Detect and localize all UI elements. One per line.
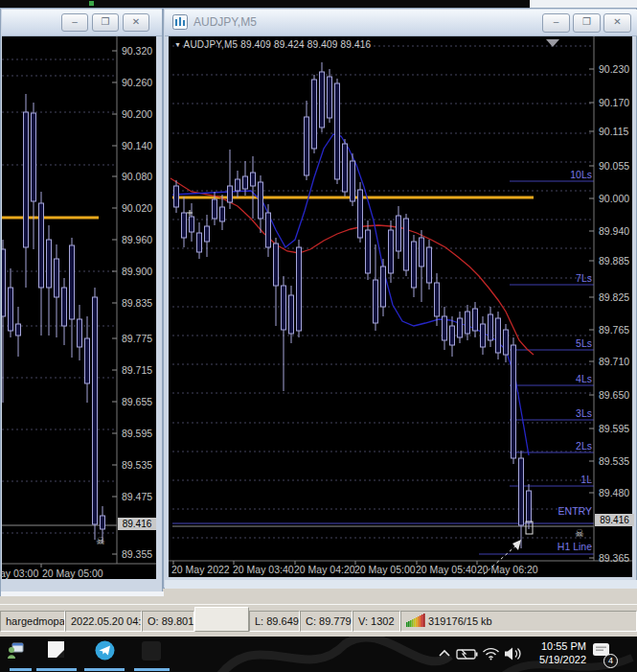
taskbar-indicator <box>84 668 125 671</box>
chart-legend[interactable]: ▼ AUDJPY,M5 89.409 89.424 89.409 89.416 <box>174 39 371 50</box>
candle-body <box>174 186 179 207</box>
candle-body <box>78 319 82 347</box>
left-chart-area[interactable] <box>2 36 156 579</box>
candle-body <box>466 312 470 334</box>
candle-body <box>32 113 36 201</box>
candle-body <box>182 213 187 238</box>
notification-badge: 4 <box>603 654 618 668</box>
candle-body <box>343 144 348 192</box>
candle-body <box>205 226 210 242</box>
candle-body <box>213 199 217 219</box>
candle-body <box>93 297 98 524</box>
candle-body <box>397 216 401 251</box>
candle-body <box>266 213 271 247</box>
arrow-annotation-head <box>512 540 521 550</box>
close-button[interactable]: ✕ <box>123 13 149 32</box>
candle-body <box>312 80 317 149</box>
candle-body <box>374 280 378 323</box>
candle-body <box>527 491 532 522</box>
candle-body <box>389 230 394 273</box>
candle-body <box>62 288 67 326</box>
candle-body <box>251 173 256 186</box>
candle-body <box>435 283 440 316</box>
candle-body <box>496 318 501 353</box>
candle-body <box>450 326 455 345</box>
candle-body <box>101 516 105 529</box>
taskbar-indicator <box>134 668 170 671</box>
candle-body <box>443 316 447 340</box>
candle-body <box>366 230 371 273</box>
candle-body <box>504 330 509 355</box>
candle-body <box>282 286 286 330</box>
status-datetime: 2022.05.20 04:05 <box>65 611 142 632</box>
tray-chevron-icon[interactable] <box>438 648 451 659</box>
candle-body <box>259 182 263 219</box>
candle-body <box>24 112 29 247</box>
candle-body <box>381 266 386 307</box>
traffic-text: 319176/15 kb <box>428 615 492 627</box>
candle-body <box>404 219 409 270</box>
candle-body <box>39 203 44 288</box>
notes-app-icon[interactable] <box>48 641 64 658</box>
main-chart-canvas <box>169 36 632 577</box>
chart-window-icon <box>172 14 188 30</box>
candle-body <box>47 240 52 288</box>
maximize-button[interactable]: ❐ <box>92 13 119 32</box>
candle-body <box>420 238 424 266</box>
candle-body <box>473 309 478 331</box>
candle-body <box>243 176 248 189</box>
arrow-annotation[interactable] <box>484 545 516 574</box>
battery-icon[interactable] <box>456 648 478 660</box>
candle-body <box>351 161 355 201</box>
status-bar: hargedmoparAJ 2022.05.20 04:05 O: 89.801… <box>0 604 637 637</box>
status-high-cell <box>194 607 249 632</box>
clock-date[interactable]: 5/19/2022 <box>525 654 586 666</box>
wifi-icon[interactable] <box>482 647 500 660</box>
taskbar-indicator <box>36 668 77 671</box>
top-strip-light <box>530 0 637 8</box>
candle-body <box>190 217 194 232</box>
speaker-icon[interactable] <box>504 646 523 661</box>
candle-body <box>197 233 202 252</box>
candle-body <box>9 288 13 331</box>
candle-body <box>335 83 340 179</box>
traffic-bars-icon <box>406 614 425 627</box>
taskbar-indicator <box>10 668 32 671</box>
candle-body <box>297 247 302 331</box>
trading-app-icon[interactable] <box>7 642 24 660</box>
candle-body <box>70 245 75 319</box>
candle-body <box>55 259 59 297</box>
symbol-dropdown-icon[interactable]: ▼ <box>174 41 181 48</box>
desktop-screen: – ❐ ✕ AUDJPY,M5 – ❐ ✕ ▼ AUDJPY,M5 89.409… <box>0 0 637 672</box>
candle-body <box>458 318 463 337</box>
candle-body <box>228 186 233 202</box>
candle-body <box>358 190 363 238</box>
window-title: AUDJPY,M5 <box>193 15 257 29</box>
candle-body <box>512 345 516 458</box>
candle-body <box>2 249 6 316</box>
legend-ohlc-text: AUDJPY,M5 89.409 89.424 89.409 89.416 <box>184 39 372 50</box>
candle-body <box>236 179 240 191</box>
dark-app-icon[interactable] <box>142 641 161 660</box>
candle-body <box>427 247 432 283</box>
clock-time[interactable]: 10:55 PM <box>525 640 586 653</box>
candle-body <box>328 77 332 118</box>
status-volume: V: 1302 <box>353 611 400 632</box>
candle-body <box>320 72 325 127</box>
candle-body <box>305 117 309 175</box>
status-traffic: 319176/15 kb <box>400 611 637 632</box>
telegram-icon[interactable] <box>95 640 115 660</box>
left-window-bottom-band <box>1 591 164 596</box>
candle-body <box>85 338 90 383</box>
minimize-button[interactable]: – <box>61 13 88 32</box>
candle-body <box>412 242 417 288</box>
close-button[interactable]: ✕ <box>603 13 631 33</box>
minimize-button[interactable]: – <box>542 13 570 33</box>
main-window-bottom-band <box>165 580 637 589</box>
green-indicator <box>89 1 94 6</box>
main-chart-area[interactable] <box>169 36 632 577</box>
maximize-button[interactable]: ❐ <box>573 13 601 33</box>
candle-body <box>220 207 225 221</box>
status-low: L: 89.649 <box>249 611 300 632</box>
status-account[interactable]: hargedmoparAJ <box>0 611 65 632</box>
